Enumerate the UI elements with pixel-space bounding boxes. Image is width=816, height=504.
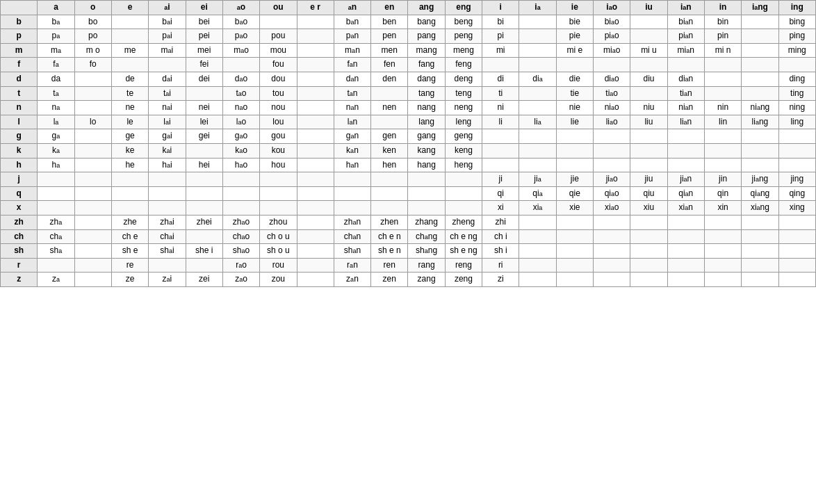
- pinyin-cell: [74, 86, 111, 101]
- pinyin-cell: ni: [482, 101, 519, 115]
- pinyin-cell: ji: [482, 172, 519, 187]
- pinyin-cell: [297, 172, 334, 187]
- pinyin-cell: [260, 201, 297, 216]
- pinyin-cell: rao: [222, 258, 259, 273]
- pinyin-cell: mang: [408, 43, 445, 58]
- pinyin-cell: [778, 215, 815, 229]
- pinyin-cell: le: [111, 115, 148, 129]
- pinyin-cell: [778, 258, 815, 273]
- pinyin-cell: [778, 158, 815, 172]
- pinyin-cell: ke: [111, 143, 148, 158]
- pinyin-cell: ta: [38, 86, 74, 101]
- pinyin-cell: [556, 143, 593, 158]
- pinyin-cell: xie: [556, 201, 593, 216]
- pinyin-cell: hei: [186, 158, 222, 172]
- pinyin-cell: [38, 201, 74, 216]
- pinyin-cell: tan: [334, 86, 370, 101]
- pinyin-cell: [630, 258, 667, 273]
- initial-cell: t: [1, 86, 38, 101]
- pinyin-cell: [742, 229, 778, 244]
- pinyin-cell: xin: [704, 201, 741, 216]
- pinyin-cell: [186, 258, 222, 273]
- pinyin-cell: sh o u: [260, 244, 297, 259]
- pinyin-cell: [74, 129, 111, 144]
- pinyin-cell: pai: [149, 29, 186, 44]
- pinyin-cell: [630, 129, 667, 144]
- pinyin-cell: [74, 101, 111, 115]
- pinyin-cell: lian: [667, 115, 704, 129]
- pinyin-cell: pou: [260, 29, 297, 44]
- pinyin-cell: teng: [445, 86, 482, 101]
- pinyin-cell: [297, 115, 334, 129]
- pinyin-cell: jie: [556, 172, 593, 187]
- pinyin-cell: mian: [667, 43, 704, 58]
- pinyin-cell: kai: [149, 143, 186, 158]
- pinyin-cell: [704, 273, 741, 287]
- initial-cell: g: [1, 129, 38, 144]
- header-cell: ao: [222, 1, 259, 15]
- initial-cell: m: [1, 43, 38, 58]
- pinyin-cell: zhang: [408, 215, 445, 229]
- pinyin-cell: qian: [667, 186, 704, 201]
- pinyin-cell: [260, 15, 297, 29]
- pinyin-cell: la: [38, 115, 74, 129]
- pinyin-cell: [334, 172, 370, 187]
- pinyin-cell: [519, 215, 556, 229]
- pinyin-cell: tang: [408, 86, 445, 101]
- header-cell: in: [704, 1, 741, 15]
- pinyin-cell: da: [38, 72, 74, 86]
- pinyin-cell: [111, 172, 148, 187]
- pinyin-cell: xian: [667, 201, 704, 216]
- pinyin-cell: zhou: [260, 215, 297, 229]
- pinyin-cell: [222, 172, 259, 187]
- pinyin-cell: [704, 86, 741, 101]
- pinyin-cell: ne: [111, 101, 148, 115]
- header-cell: ou: [260, 1, 297, 15]
- pinyin-cell: [408, 201, 445, 216]
- pinyin-cell: [704, 129, 741, 144]
- pinyin-cell: ba: [38, 15, 74, 29]
- pinyin-cell: [742, 258, 778, 273]
- pinyin-cell: nei: [186, 101, 222, 115]
- pinyin-cell: peng: [445, 29, 482, 44]
- pinyin-cell: [297, 229, 334, 244]
- pinyin-cell: xiu: [630, 201, 667, 216]
- pinyin-cell: piao: [594, 29, 630, 44]
- pinyin-cell: liao: [594, 115, 630, 129]
- pinyin-cell: fang: [408, 58, 445, 72]
- pinyin-cell: ge: [111, 129, 148, 144]
- pinyin-cell: [667, 143, 704, 158]
- header-cell: e r: [297, 1, 334, 15]
- pinyin-cell: kan: [334, 143, 370, 158]
- pinyin-cell: jiao: [594, 172, 630, 187]
- pinyin-cell: [630, 273, 667, 287]
- pinyin-cell: ran: [334, 258, 370, 273]
- header-cell: i: [482, 1, 519, 15]
- pinyin-cell: me: [111, 43, 148, 58]
- pinyin-cell: nie: [556, 101, 593, 115]
- pinyin-cell: [297, 58, 334, 72]
- pinyin-cell: meng: [445, 43, 482, 58]
- initial-cell: p: [1, 29, 38, 44]
- pinyin-cell: [594, 158, 630, 172]
- table-row: chchach echaichaoch o uchanch e nchangch…: [1, 229, 816, 244]
- pinyin-cell: [778, 143, 815, 158]
- pinyin-cell: neng: [445, 101, 482, 115]
- pinyin-cell: [482, 58, 519, 72]
- pinyin-cell: lan: [334, 115, 370, 129]
- initial-cell: j: [1, 172, 38, 187]
- pinyin-cell: zhan: [334, 215, 370, 229]
- pinyin-cell: [556, 258, 593, 273]
- pinyin-cell: tiao: [594, 86, 630, 101]
- pinyin-cell: [297, 86, 334, 101]
- table-row: rreraorouranrenrangrengri: [1, 258, 816, 273]
- pinyin-cell: bo: [74, 15, 111, 29]
- pinyin-cell: [519, 58, 556, 72]
- pinyin-cell: bing: [778, 15, 815, 29]
- pinyin-cell: sh i: [482, 244, 519, 259]
- pinyin-cell: [630, 143, 667, 158]
- pinyin-cell: hang: [408, 158, 445, 172]
- pinyin-cell: [742, 215, 778, 229]
- pinyin-cell: [371, 186, 408, 201]
- pinyin-cell: bie: [556, 15, 593, 29]
